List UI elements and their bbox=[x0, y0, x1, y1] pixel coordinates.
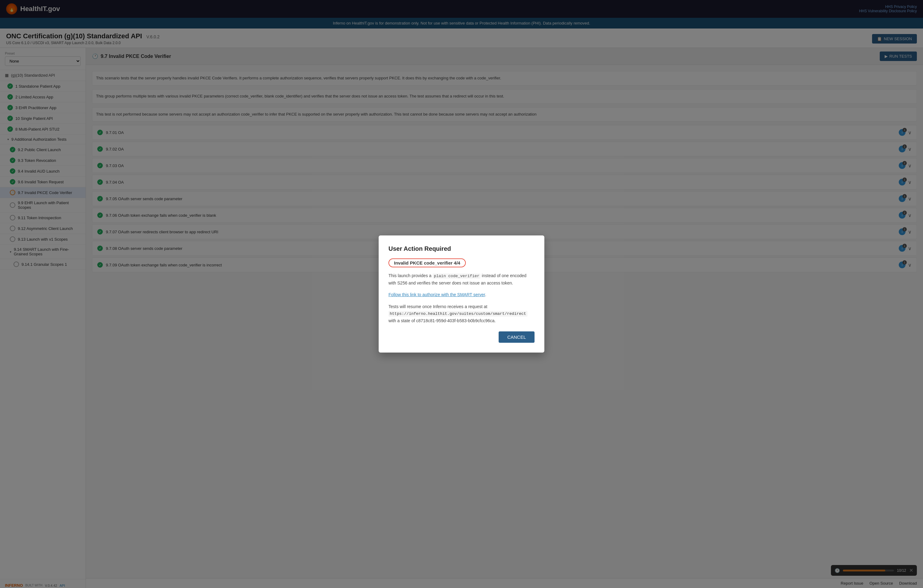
smart-auth-link[interactable]: Follow this link to authorize with the S… bbox=[388, 292, 485, 297]
modal-body-prefix: This launch provides a bbox=[388, 273, 433, 278]
redirect-prefix: Tests will resume once Inferno receives … bbox=[388, 304, 487, 309]
modal-overlay[interactable]: User Action Required Invalid PKCE code_v… bbox=[0, 0, 923, 588]
redirect-url: https://inferno.healthit.gov/suites/cust… bbox=[388, 311, 527, 317]
modal-redirect: Tests will resume once Inferno receives … bbox=[388, 303, 535, 324]
redirect-suffix: with a state of c8718c81-959d-403f-b583-… bbox=[388, 318, 496, 323]
modal-footer: CANCEL bbox=[388, 331, 535, 343]
modal-body: This launch provides a plain code_verifi… bbox=[388, 272, 535, 286]
modal-subtitle: Invalid PKCE code_verifier 4/4 bbox=[388, 259, 466, 267]
modal-code: plain code_verifier bbox=[433, 274, 481, 278]
modal-title: User Action Required bbox=[388, 245, 535, 252]
modal-link-area: Follow this link to authorize with the S… bbox=[388, 291, 535, 298]
cancel-button[interactable]: CANCEL bbox=[499, 331, 535, 343]
modal-dialog: User Action Required Invalid PKCE code_v… bbox=[379, 236, 544, 352]
